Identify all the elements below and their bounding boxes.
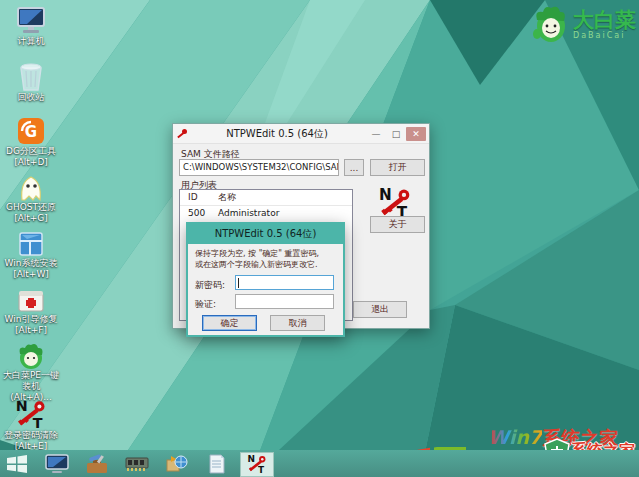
windows-start-icon xyxy=(7,455,27,473)
computer-icon xyxy=(45,454,69,474)
desktop-icon-boot-repair[interactable]: Win引导修复[Alt+F] xyxy=(2,286,60,336)
icon-label: 回收站 xyxy=(2,92,60,103)
notepad-icon xyxy=(208,454,226,474)
dg-partition-icon: G xyxy=(16,116,46,146)
taskbar-setup-button[interactable] xyxy=(160,450,194,477)
svg-text:N: N xyxy=(248,454,255,464)
memory-chip-icon xyxy=(125,455,149,473)
svg-text:N: N xyxy=(379,186,392,204)
desktop-icon-ghost-restore[interactable]: GHOST还原[Alt+G] xyxy=(2,172,60,224)
desktop-icon-dg-partition[interactable]: G DG分区工具[Alt+D] xyxy=(2,116,60,168)
instruction-line-1: 保持字段为空, 按 "确定" 重置密码, xyxy=(195,248,319,259)
icon-label: GHOST还原 xyxy=(2,202,60,213)
taskbar-ntpwedit-button[interactable]: N T xyxy=(240,452,274,477)
window-title: NTPWEdit 0.5 (64位) xyxy=(188,127,366,141)
user-list-header[interactable]: ID 名称 xyxy=(180,190,352,206)
cancel-button[interactable]: 取消 xyxy=(270,315,325,331)
close-button[interactable]: ✕ xyxy=(406,127,426,141)
icon-label: Win系统安装 xyxy=(2,258,60,269)
first-aid-kit-icon xyxy=(16,286,46,314)
nt-key-icon: N T xyxy=(14,398,48,430)
toolbox-icon xyxy=(85,454,109,474)
ghost-icon xyxy=(16,172,46,202)
taskbar-notepad-button[interactable] xyxy=(200,450,234,477)
win-install-icon xyxy=(17,230,45,258)
icon-label: 登录密码清除 xyxy=(2,430,60,441)
recycle-bin-icon xyxy=(17,60,45,92)
icon-label: [Alt+G] xyxy=(2,213,60,224)
ok-button[interactable]: 确定 xyxy=(202,315,257,331)
new-password-label: 新密码: xyxy=(195,279,225,292)
user-row-administrator[interactable]: 500 Administrator xyxy=(180,206,352,221)
icon-label: [Alt+W] xyxy=(2,269,60,280)
svg-text:N: N xyxy=(16,398,28,414)
desktop: 大白菜 DaBaiCai 计算机 回收站 G DG分区工具[Alt+D] xyxy=(0,0,639,477)
svg-text:G: G xyxy=(25,123,37,141)
about-button[interactable]: 关于 xyxy=(370,216,425,233)
ntpwedit-titlebar[interactable]: NTPWEdit 0.5 (64位) — □ ✕ xyxy=(173,124,429,144)
desktop-icon-password-clear[interactable]: N T 登录密码清除[Alt+E] xyxy=(2,398,60,452)
taskbar: N T xyxy=(0,450,639,477)
maximize-button[interactable]: □ xyxy=(386,127,406,141)
user-name: Administrator xyxy=(218,206,352,221)
open-button[interactable]: 打开 xyxy=(370,159,425,176)
key-icon xyxy=(176,128,188,140)
sam-path-input[interactable]: C:\WINDOWS\SYSTEM32\CONFIG\SAM xyxy=(179,159,339,176)
svg-text:T: T xyxy=(258,465,265,474)
column-name: 名称 xyxy=(218,190,352,205)
exit-button[interactable]: 退出 xyxy=(353,301,407,318)
minimize-button[interactable]: — xyxy=(366,127,386,141)
icon-label: [Alt+F] xyxy=(2,325,60,336)
start-button[interactable] xyxy=(0,450,34,477)
desktop-icon-dabaicai-pe[interactable]: 大白菜PE一键装机(Alt+A)... xyxy=(2,342,60,403)
desktop-icon-computer[interactable]: 计算机 xyxy=(2,6,60,47)
nt-key-icon: N T xyxy=(246,454,268,474)
taskbar-computer-button[interactable] xyxy=(40,450,74,477)
password-dialog: NTPWEdit 0.5 (64位) 保持字段为空, 按 "确定" 重置密码, … xyxy=(186,222,345,337)
desktop-icon-win-install[interactable]: Win系统安装[Alt+W] xyxy=(2,230,60,280)
user-id: 500 xyxy=(180,206,218,221)
icon-label: [Alt+D] xyxy=(2,157,60,168)
taskbar-memory-button[interactable] xyxy=(120,450,154,477)
setup-icon xyxy=(165,454,189,474)
svg-text:T: T xyxy=(33,415,43,430)
icon-label: DG分区工具 xyxy=(2,146,60,157)
text-caret xyxy=(238,278,239,288)
icon-label: 计算机 xyxy=(2,36,60,47)
icon-label: Win引导修复 xyxy=(2,314,60,325)
dialog-title: NTPWEdit 0.5 (64位) xyxy=(215,227,317,241)
desktop-icon-recycle-bin[interactable]: 回收站 xyxy=(2,60,60,103)
cabbage-mascot-icon xyxy=(533,4,569,44)
cabbage-icon xyxy=(17,342,45,370)
dabaicai-logo: 大白菜 DaBaiCai xyxy=(533,4,636,44)
taskbar-tools-button[interactable] xyxy=(80,450,114,477)
dabaicai-name: 大白菜 xyxy=(573,9,636,31)
new-password-input[interactable] xyxy=(235,275,334,290)
browse-button[interactable]: ... xyxy=(344,159,364,176)
computer-icon xyxy=(15,6,47,36)
dialog-titlebar[interactable]: NTPWEdit 0.5 (64位) xyxy=(188,224,343,244)
nt-logo: N T xyxy=(377,186,413,220)
verify-label: 验证: xyxy=(195,298,216,311)
instruction-line-2: 或在这两个字段输入新密码更改它. xyxy=(195,259,318,270)
icon-label: 大白菜PE一键 xyxy=(2,370,60,381)
verify-input[interactable] xyxy=(235,294,334,309)
column-id: ID xyxy=(180,190,218,205)
